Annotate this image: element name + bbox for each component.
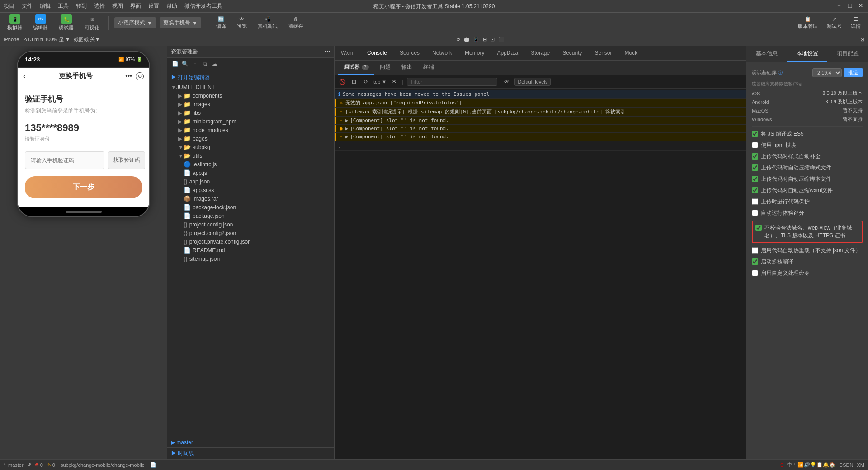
search-icon[interactable]: 🔍 <box>181 60 189 68</box>
root-folder[interactable]: ▼ JUMEI_CLIENT <box>167 83 334 91</box>
test-btn[interactable]: ↗ 测试号 <box>823 15 845 31</box>
folder-components[interactable]: ▶ 📁 components <box>167 91 334 100</box>
simulator-btn[interactable]: 📱 模拟器 <box>4 14 26 32</box>
tab-issues[interactable]: 问题 <box>374 61 396 75</box>
menu-item-goto[interactable]: 转到 <box>76 2 87 10</box>
file-appjson[interactable]: ▶ {} app.json <box>167 177 334 186</box>
version-mgr-btn[interactable]: 📋 版本管理 <box>794 15 821 31</box>
expand-arrow[interactable]: ▶ <box>345 118 349 123</box>
checkbox-no-validate-input[interactable] <box>755 225 762 231</box>
refresh-status-icon[interactable]: ↺ <box>27 462 31 468</box>
sms-input-field[interactable] <box>25 151 104 169</box>
clear-console-icon[interactable]: 🚫 <box>338 78 346 86</box>
tab-sources[interactable]: Sources <box>393 46 426 61</box>
tab-network[interactable]: Network <box>426 46 458 61</box>
file-packagejson[interactable]: ▶ 📄 package.json <box>167 212 334 220</box>
status-csdn[interactable]: S <box>780 462 783 468</box>
checkbox-compress-style-input[interactable] <box>752 164 758 171</box>
file-imagesrar[interactable]: ▶ 📦 images.rar <box>167 194 334 203</box>
tab-debugger[interactable]: 调试器 7 <box>338 61 374 75</box>
preview-btn[interactable]: 👁 预览 <box>233 15 250 30</box>
checkbox-custom-handler-input[interactable] <box>752 270 758 276</box>
real-debug-btn[interactable]: 📲 真机调试 <box>254 15 281 31</box>
checkbox-compress-wxml-input[interactable] <box>752 187 758 193</box>
change-phone-dropdown[interactable]: 更换手机号 ▼ <box>160 17 201 28</box>
expand-icon[interactable]: ⊞ <box>483 37 487 42</box>
file-projectconfig2[interactable]: ▶ {} project.config2.json <box>167 229 334 237</box>
refresh-icon[interactable]: ↺ <box>456 37 460 42</box>
checkbox-hot-reload-input[interactable] <box>752 247 758 254</box>
cloud-icon[interactable]: ☁ <box>211 60 219 68</box>
log-level-selector[interactable]: Default levels <box>514 78 551 86</box>
phone-icon[interactable]: 📱 <box>473 37 479 42</box>
tab-local-settings[interactable]: 本地设置 <box>787 46 828 62</box>
debugger-btn[interactable]: 🐛 调试器 <box>55 14 77 32</box>
tab-basic-info[interactable]: 基本信息 <box>746 46 787 62</box>
checkbox-compress-script-input[interactable] <box>752 176 758 182</box>
more-icon[interactable]: ⬛ <box>498 37 505 42</box>
next-step-button[interactable]: 下一步 <box>25 176 142 198</box>
checkbox-experience-input[interactable] <box>752 210 758 216</box>
branch-indicator[interactable]: ⑂ master <box>4 462 24 468</box>
stop-icon[interactable]: ⬤ <box>464 37 469 42</box>
folder-libs[interactable]: ▶ 📁 libs <box>167 108 334 117</box>
file-panel-more-icon[interactable]: ••• <box>325 49 330 55</box>
close-button[interactable]: ✕ <box>857 2 864 9</box>
maximize-button[interactable]: □ <box>846 2 854 9</box>
folder-subpkg[interactable]: ▼ 📂 subpkg <box>167 143 334 151</box>
file-projectconfig[interactable]: ▶ {} project.config.json <box>167 220 334 229</box>
push-button[interactable]: 推送 <box>844 68 863 77</box>
eye-filter-icon[interactable]: 👁 <box>503 78 511 86</box>
file-appscss[interactable]: ▶ 📄 app.scss <box>167 186 334 194</box>
debug-lib-version-select[interactable]: 2.19.4 <box>812 68 842 77</box>
console-filter-input[interactable] <box>407 78 497 86</box>
file-projectprivate[interactable]: ▶ {} project.private.config.json <box>167 237 334 246</box>
device-selector[interactable]: iPhone 12/13 mini 100% 显 ▼ <box>4 36 70 43</box>
warning-indicator[interactable]: ⚠ 0 <box>47 462 55 468</box>
tab-sensor[interactable]: Sensor <box>589 46 618 61</box>
menu-item-settings[interactable]: 设置 <box>148 2 159 10</box>
status-xm[interactable]: CSDN <box>839 462 853 468</box>
folder-node-modules[interactable]: ▶ 📁 node_modules <box>167 126 334 134</box>
back-arrow-icon[interactable]: ‹ <box>23 71 26 81</box>
file-appjs[interactable]: ▶ 📄 app.js <box>167 169 334 177</box>
layout-icon[interactable]: ⊡ <box>491 37 495 42</box>
folder-utils[interactable]: ▼ 📂 utils <box>167 151 334 160</box>
expand-arrow[interactable]: ▶ <box>345 126 349 132</box>
open-editor-link[interactable]: ▶ 打开始编辑器 <box>167 72 334 83</box>
tab-memory[interactable]: Memory <box>458 46 491 61</box>
menu-item-file[interactable]: 文件 <box>22 2 33 10</box>
status-xm2[interactable]: XM <box>857 462 865 468</box>
git-icon[interactable]: ⑂ <box>191 60 199 68</box>
tab-output[interactable]: 输出 <box>396 61 418 75</box>
toggle-console-icon[interactable]: ⊡ <box>350 78 358 86</box>
new-file-icon[interactable]: 📄 <box>171 60 179 68</box>
tab-security[interactable]: Security <box>556 46 588 61</box>
mode-dropdown[interactable]: 小程序模式 ▼ <box>114 17 156 28</box>
tab-project-config[interactable]: 项目配置 <box>827 46 868 62</box>
checkbox-npm-input[interactable] <box>752 142 758 148</box>
minimize-button[interactable]: － <box>835 2 843 9</box>
file-path-icon[interactable]: 📄 <box>150 462 156 468</box>
menu-item-edit[interactable]: 编辑 <box>40 2 51 10</box>
folder-pages[interactable]: ▶ 📁 pages <box>167 134 334 143</box>
tab-console[interactable]: Console <box>361 46 393 61</box>
screenshot-btn[interactable]: 截图截 关▼ <box>74 36 100 43</box>
checkbox-code-protect-input[interactable] <box>752 198 758 205</box>
menu-item-interface[interactable]: 界面 <box>130 2 141 10</box>
error-indicator[interactable]: ⊗ 0 <box>35 462 43 468</box>
menu-item-select[interactable]: 选择 <box>94 2 105 10</box>
file-eslintrc[interactable]: ▶ 🔵 .eslintrc.js <box>167 160 334 169</box>
home-circle-icon[interactable]: ⊙ <box>136 72 144 80</box>
outline-section[interactable]: ▶ master <box>167 437 334 447</box>
checkbox-style-auto-input[interactable] <box>752 153 758 160</box>
file-packagelock[interactable]: ▶ 📄 package-lock.json <box>167 203 334 212</box>
tab-wxml[interactable]: Wxml <box>335 46 361 61</box>
tab-mock[interactable]: Mock <box>618 46 644 61</box>
context-selector[interactable]: top ▼ <box>373 79 387 85</box>
checkbox-multi-core-input[interactable] <box>752 258 758 265</box>
editor-btn[interactable]: </> 编辑器 <box>29 14 52 32</box>
get-sms-code-button[interactable]: 获取验证码 <box>108 151 145 169</box>
folder-miniprogram-npm[interactable]: ▶ 📁 miniprogram_npm <box>167 117 334 126</box>
refresh-console-icon[interactable]: ↺ <box>362 78 370 86</box>
